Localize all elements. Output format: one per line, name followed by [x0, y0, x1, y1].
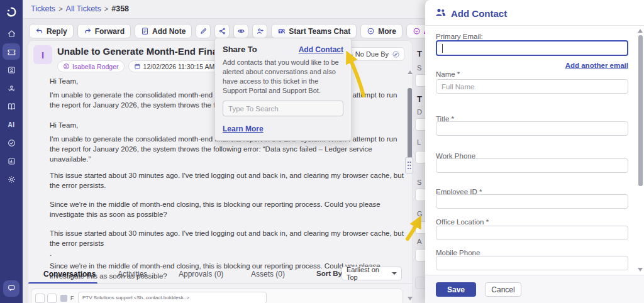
composer-from-chip[interactable]: PTV Solutions support <Sh..contact.boldd…: [78, 292, 267, 303]
properties-label-fragment: G: [417, 210, 423, 218]
more-button[interactable]: More: [360, 24, 402, 38]
employee-id-input[interactable]: [436, 194, 628, 209]
share-to-popup: Share To Add Contact Add contacts that y…: [214, 38, 352, 141]
ticket-avatar: I: [33, 45, 52, 64]
more-label: More: [378, 27, 396, 36]
breadcrumb-all-tickets[interactable]: All Tickets: [66, 4, 101, 13]
mobile-phone-input[interactable]: [436, 256, 628, 270]
created-date-pill: 12/02/2026 11:30:15 AM: [128, 60, 221, 72]
primary-email-label: Primary Email:: [436, 33, 483, 40]
panel-scroll-up-icon[interactable]: [638, 29, 643, 33]
composer-from-label: F: [70, 295, 74, 301]
forward-label: Forward: [95, 27, 125, 36]
forward-button[interactable]: Forward: [77, 24, 131, 38]
properties-label-fragment: T: [417, 94, 422, 104]
gear-icon: [7, 175, 16, 184]
panel-scrollbar[interactable]: [638, 35, 643, 186]
add-contact-panel: Add Contact Primary Email: Add another e…: [425, 0, 644, 303]
ai-icon: AI: [8, 121, 15, 128]
ticket-icon: [7, 47, 16, 57]
forward-icon: [84, 27, 92, 35]
work-phone-input[interactable]: [436, 158, 628, 173]
chat-bubble-icon: [7, 283, 16, 295]
book-icon: [7, 102, 16, 111]
panel-scroll-down-icon[interactable]: [638, 268, 643, 272]
ticket-paragraph: This issue started about 30 minutes ago.…: [50, 170, 406, 190]
share-to-description: Add contacts that you would like to be a…: [223, 58, 343, 96]
share-icon: [218, 27, 226, 35]
teams-icon: [277, 27, 286, 35]
sidebar-item-reports[interactable]: [3, 153, 20, 169]
pencil-icon: [199, 27, 208, 35]
composer-expand-button[interactable]: [47, 294, 57, 303]
copilot-circle-icon: [413, 27, 421, 35]
sidebar-item-live-chat[interactable]: [3, 280, 19, 297]
share-to-button[interactable]: [252, 24, 267, 38]
calendar-icon: [134, 63, 141, 70]
add-contact-panel-title: Add Contact: [451, 8, 507, 19]
requester-name: Isabella Rodger: [72, 63, 119, 70]
sidebar-item-contacts[interactable]: [3, 62, 20, 78]
scroll-down-icon[interactable]: [408, 297, 413, 300]
ticket-paragraph: Since we're in the middle of month-end c…: [50, 199, 406, 219]
contact-card-icon: [7, 65, 16, 75]
properties-label-fragment: A: [417, 238, 421, 245]
text-cursor: [442, 44, 443, 53]
sidebar-item-ai[interactable]: AI: [3, 116, 20, 133]
scroll-up-icon[interactable]: [408, 70, 413, 74]
primary-email-input[interactable]: [436, 40, 628, 56]
main-scrollbar[interactable]: [408, 88, 412, 161]
ticket-toolbar: Reply Forward Add Note Start Teams Chat …: [29, 24, 466, 38]
person-rays-icon: [7, 84, 16, 93]
name-input[interactable]: Full Name: [436, 79, 628, 94]
cancel-button[interactable]: Cancel: [485, 282, 521, 297]
start-teams-chat-button[interactable]: Start Teams Chat: [271, 24, 357, 38]
bar-chart-icon: [7, 157, 16, 166]
sidebar-item-home[interactable]: [3, 25, 20, 41]
breadcrumb-separator: >: [58, 5, 62, 13]
sidebar-item-settings[interactable]: [3, 171, 20, 187]
breadcrumb-tickets[interactable]: Tickets: [31, 4, 55, 13]
share-to-title: Share To: [223, 45, 257, 54]
office-location-label: Office Location *: [436, 218, 489, 226]
share-search-input[interactable]: Type To Search: [223, 101, 343, 116]
ticket-paragraph: .: [50, 248, 406, 258]
created-date: 12/02/2026 11:30:15 AM: [143, 63, 215, 70]
panel-resize-handle[interactable]: [405, 157, 413, 174]
requester-pill[interactable]: Isabella Rodger: [57, 60, 125, 72]
share-search-placeholder: Type To Search: [228, 105, 279, 113]
start-teams-chat-label: Start Teams Chat: [289, 27, 350, 36]
save-button[interactable]: Save: [436, 282, 476, 297]
edit-button[interactable]: [196, 24, 211, 38]
sort-order-dropdown[interactable]: Earliest on Top: [341, 267, 402, 280]
office-location-input[interactable]: [436, 226, 628, 240]
learn-more-link[interactable]: Learn More: [223, 124, 264, 133]
tab-conversations[interactable]: Conversations: [43, 270, 96, 278]
sort-order-value: Earliest on Top: [347, 266, 392, 281]
edit-sla-pencil-icon[interactable]: [392, 51, 399, 58]
tabs-divider: [28, 284, 412, 284]
sidebar-item-customers[interactable]: [3, 80, 20, 96]
people-icon: [435, 8, 446, 19]
tab-approvals[interactable]: Approvals (0): [179, 270, 223, 278]
add-another-email-link[interactable]: Add another email: [565, 62, 628, 69]
title-input[interactable]: [436, 121, 628, 136]
breadcrumb-separator: >: [104, 5, 108, 13]
add-note-label: Add Note: [152, 27, 186, 36]
reply-button[interactable]: Reply: [29, 24, 74, 38]
app-logo-icon: [3, 4, 20, 20]
sidebar-item-tickets[interactable]: [3, 43, 20, 60]
watch-button[interactable]: [233, 24, 248, 38]
ticket-paragraph: This issue started about 30 minutes ago.…: [50, 228, 406, 248]
composer-collapse-button[interactable]: [35, 294, 45, 303]
share-button[interactable]: [214, 24, 230, 38]
tab-assets[interactable]: Assets (0): [251, 270, 285, 278]
add-contact-link[interactable]: Add Contact: [299, 45, 343, 54]
sidebar-item-tasks[interactable]: [3, 135, 20, 151]
panel-footer: Save Cancel: [425, 275, 644, 303]
sidebar-item-knowledge-base[interactable]: [3, 98, 20, 114]
grip-dots-icon: [407, 161, 411, 170]
eye-icon: [237, 27, 245, 35]
add-note-button[interactable]: Add Note: [135, 24, 192, 38]
tab-activities[interactable]: Activities: [118, 270, 147, 278]
